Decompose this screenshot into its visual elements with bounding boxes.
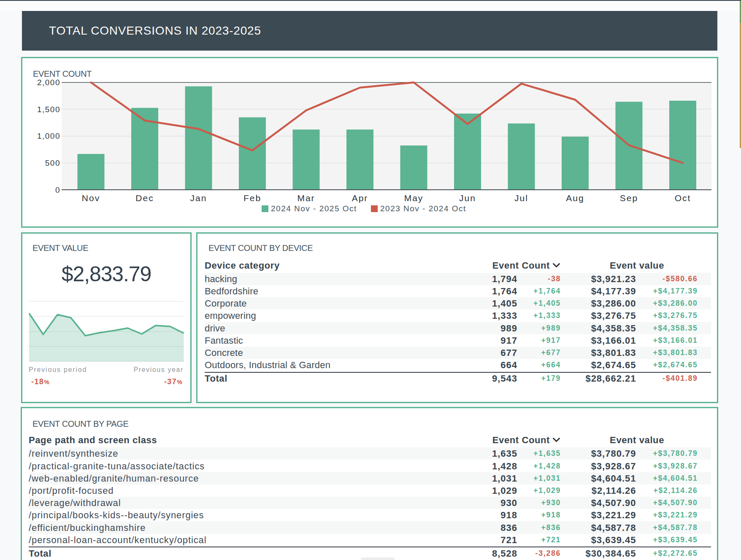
svg-text:Jan: Jan [190,193,207,203]
svg-text:1,500: 1,500 [37,105,60,114]
svg-text:Aug: Aug [566,193,584,203]
svg-text:Apr: Apr [352,193,368,203]
svg-text:Oct: Oct [675,193,691,203]
svg-text:Jun: Jun [459,193,476,203]
svg-text:500: 500 [45,159,60,167]
svg-text:Jul: Jul [514,193,528,203]
svg-text:Nov: Nov [82,193,100,203]
svg-text:0: 0 [55,186,60,194]
svg-text:Dec: Dec [135,193,154,203]
svg-text:Feb: Feb [243,193,261,203]
svg-text:Mar: Mar [297,193,315,203]
svg-text:2,000: 2,000 [37,78,60,87]
svg-text:May: May [404,193,424,203]
svg-text:Sep: Sep [620,193,638,203]
svg-text:1,000: 1,000 [37,132,60,140]
